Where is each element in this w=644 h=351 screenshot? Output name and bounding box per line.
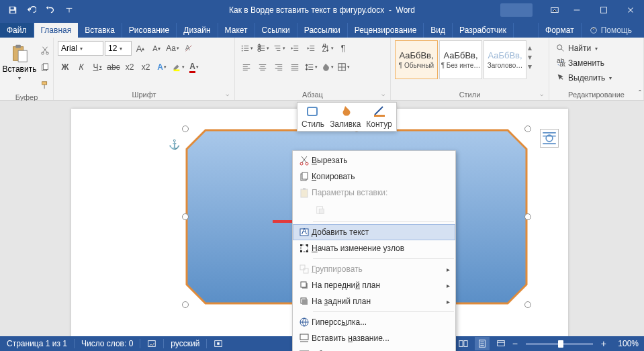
zoom-out-icon[interactable]: −: [512, 338, 518, 349]
ctx-bring-front[interactable]: На передний план: [293, 277, 455, 293]
ctx-hyperlink[interactable]: Гиперссылка...: [293, 314, 455, 330]
tab-home[interactable]: Главная: [34, 23, 79, 38]
shape-style-button[interactable]: Стиль: [302, 105, 324, 129]
svg-rect-51: [300, 334, 308, 340]
user-badge[interactable]: [500, 3, 533, 17]
clear-format-icon[interactable]: A: [181, 41, 196, 56]
borders-icon[interactable]: [336, 60, 351, 74]
status-proofing-icon[interactable]: [140, 336, 163, 351]
status-words[interactable]: Число слов: 0: [75, 336, 140, 351]
group-paragraph: 123 AZ ¶ Абзац: [235, 38, 391, 100]
indent-inc-icon[interactable]: [304, 41, 318, 56]
svg-rect-44: [300, 265, 305, 270]
shading-icon[interactable]: [320, 60, 334, 74]
tab-draw[interactable]: Рисование: [122, 23, 177, 38]
ctx-send-back[interactable]: На задний план: [293, 293, 455, 309]
grow-font-icon[interactable]: A▴: [133, 41, 148, 56]
svg-rect-0: [11, 7, 14, 10]
ctx-wrap[interactable]: Обтекание текстом: [293, 346, 455, 351]
superscript-icon[interactable]: x2: [138, 60, 153, 74]
view-web-icon[interactable]: [494, 337, 508, 350]
tab-format[interactable]: Формат: [538, 23, 582, 38]
minimize-icon[interactable]: [563, 1, 590, 19]
strike-icon[interactable]: abc: [106, 60, 121, 74]
justify-icon[interactable]: [287, 60, 302, 74]
style-no-spacing[interactable]: АаБбВв,¶ Без инте…: [439, 40, 482, 79]
shrink-font-icon[interactable]: A▾: [149, 41, 164, 56]
zoom-slider[interactable]: [526, 343, 593, 345]
collapse-ribbon-icon[interactable]: ˆ: [639, 89, 641, 99]
qat-customize-icon[interactable]: [60, 1, 78, 19]
ctx-copy[interactable]: Копировать: [293, 168, 455, 185]
svg-rect-37: [319, 209, 324, 213]
find-button[interactable]: Найти▾: [553, 42, 614, 55]
sort-icon[interactable]: AZ: [320, 41, 334, 56]
align-right-icon[interactable]: [271, 60, 286, 74]
maximize-icon[interactable]: [590, 1, 617, 19]
svg-rect-14: [173, 70, 179, 72]
ctx-cut[interactable]: Вырезать: [293, 152, 455, 168]
copy-icon[interactable]: [38, 60, 52, 75]
svg-text:A: A: [302, 227, 307, 236]
save-icon[interactable]: [4, 1, 21, 19]
subscript-icon[interactable]: x2: [122, 60, 137, 74]
close-icon[interactable]: [617, 1, 644, 19]
format-painter-icon[interactable]: [38, 78, 52, 93]
ctx-edit-points[interactable]: Начать изменение узлов: [293, 240, 455, 256]
indent-dec-icon[interactable]: [287, 41, 302, 56]
underline-icon[interactable]: Ч: [90, 60, 105, 74]
line-spacing-icon[interactable]: [304, 60, 318, 74]
select-button[interactable]: Выделить▾: [553, 71, 614, 85]
zoom-in-icon[interactable]: +: [601, 338, 606, 349]
status-page[interactable]: Страница 1 из 1: [0, 336, 74, 351]
replace-button[interactable]: abacЗаменить: [553, 56, 614, 70]
status-macro-icon[interactable]: [207, 336, 230, 351]
ctx-add-text[interactable]: AДобавить текст: [293, 224, 455, 240]
font-color-icon[interactable]: А: [187, 60, 201, 74]
bold-icon[interactable]: Ж: [58, 60, 73, 74]
tab-layout[interactable]: Макет: [218, 23, 255, 38]
svg-rect-28: [308, 107, 317, 115]
change-case-icon[interactable]: Aa: [165, 41, 180, 56]
bullets-icon[interactable]: [239, 41, 254, 56]
svg-rect-59: [497, 341, 504, 346]
undo-icon[interactable]: [23, 1, 40, 19]
tab-mailings[interactable]: Рассылки: [297, 23, 348, 38]
paste-button[interactable]: Вставить ▾: [4, 40, 35, 81]
zoom-level[interactable]: 100%: [610, 339, 639, 348]
ribbon-options-icon[interactable]: [546, 1, 563, 19]
redo-icon[interactable]: [42, 1, 59, 19]
tab-developer[interactable]: Разработчик: [453, 23, 514, 38]
font-name-combo[interactable]: Arial▾: [58, 41, 103, 56]
tell-me[interactable]: Помощь: [584, 23, 637, 38]
ctx-caption[interactable]: Вставить название...: [293, 330, 455, 346]
styles-more[interactable]: ▴▾▾: [528, 40, 539, 74]
status-lang[interactable]: русский: [164, 336, 206, 351]
tab-view[interactable]: Вид: [424, 23, 453, 38]
svg-text:Z: Z: [322, 45, 326, 53]
style-heading1[interactable]: АаБбВв,Заголово…: [484, 40, 526, 79]
italic-icon[interactable]: К: [74, 60, 89, 74]
tab-references[interactable]: Ссылки: [255, 23, 297, 38]
align-center-icon[interactable]: [255, 60, 270, 74]
numbering-icon[interactable]: 123: [255, 41, 270, 56]
tab-review[interactable]: Рецензирование: [348, 23, 424, 38]
font-size-combo[interactable]: 12▾: [105, 41, 132, 56]
align-left-icon[interactable]: [239, 60, 254, 74]
tab-insert[interactable]: Вставка: [78, 23, 122, 38]
multilevel-icon[interactable]: [271, 41, 286, 56]
cut-icon[interactable]: [38, 43, 52, 58]
style-normal[interactable]: АаБбВв,¶ Обычный: [395, 40, 438, 79]
tab-design[interactable]: Дизайн: [177, 23, 218, 38]
shape-fill-button[interactable]: Заливка: [330, 105, 361, 129]
svg-point-15: [241, 46, 242, 47]
svg-rect-11: [43, 64, 48, 70]
shape-outline-button[interactable]: Контур: [366, 105, 392, 129]
view-print-icon[interactable]: [475, 337, 490, 350]
show-marks-icon[interactable]: ¶: [336, 41, 351, 56]
layout-options-icon[interactable]: [540, 129, 559, 148]
tab-file[interactable]: Файл: [0, 23, 34, 38]
view-read-icon[interactable]: [456, 337, 471, 350]
text-effects-icon[interactable]: A: [154, 60, 169, 74]
highlight-icon[interactable]: [171, 60, 185, 74]
